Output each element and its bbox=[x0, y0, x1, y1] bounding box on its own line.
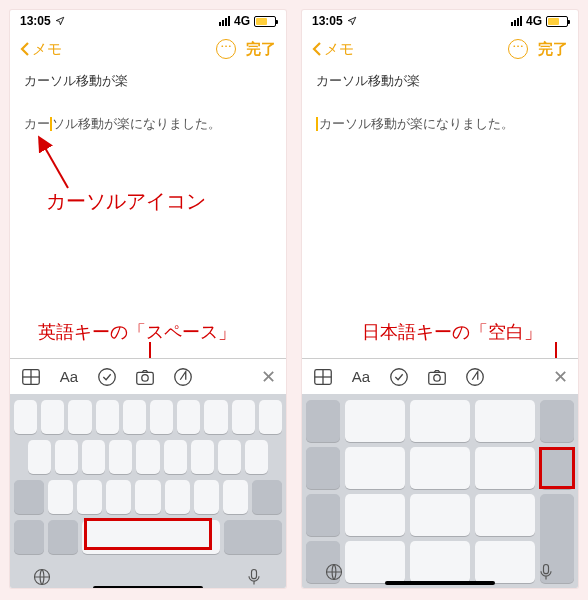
keyboard-japanese[interactable] bbox=[302, 394, 578, 588]
kana-key[interactable] bbox=[475, 400, 535, 442]
status-time: 13:05 bbox=[312, 14, 343, 28]
close-toolbar-icon[interactable]: ✕ bbox=[261, 366, 276, 388]
status-time-group: 13:05 bbox=[20, 14, 65, 28]
svg-point-8 bbox=[175, 368, 192, 385]
key[interactable] bbox=[55, 440, 78, 474]
mic-icon[interactable] bbox=[244, 567, 264, 587]
location-icon bbox=[347, 16, 357, 26]
key[interactable] bbox=[164, 440, 187, 474]
status-right: 4G bbox=[219, 14, 276, 28]
note-title[interactable]: カーソル移動が楽 bbox=[10, 66, 286, 100]
kana-key[interactable] bbox=[410, 400, 470, 442]
note-body[interactable]: カーソル移動が楽になりました。 bbox=[302, 100, 578, 149]
svg-line-0 bbox=[44, 146, 68, 188]
key[interactable] bbox=[68, 400, 91, 434]
kana-key[interactable] bbox=[410, 494, 470, 536]
japanese-kuuhaku-label: 日本語キーの「空白」 bbox=[362, 320, 542, 344]
kana-key[interactable] bbox=[345, 447, 405, 489]
home-indicator[interactable] bbox=[93, 586, 203, 588]
status-right: 4G bbox=[511, 14, 568, 28]
arrow-key[interactable] bbox=[306, 400, 340, 442]
kana-key[interactable] bbox=[345, 400, 405, 442]
more-button[interactable] bbox=[216, 39, 236, 59]
key[interactable] bbox=[109, 440, 132, 474]
keyboard-english[interactable] bbox=[10, 394, 286, 588]
key[interactable] bbox=[135, 480, 160, 514]
key[interactable] bbox=[177, 400, 200, 434]
body-pre: カー bbox=[24, 116, 50, 131]
status-time: 13:05 bbox=[20, 14, 51, 28]
home-indicator[interactable] bbox=[385, 581, 495, 585]
body-post: ソル移動が楽になりました。 bbox=[52, 116, 221, 131]
delete-key[interactable] bbox=[252, 480, 282, 514]
close-toolbar-icon[interactable]: ✕ bbox=[553, 366, 568, 388]
kana-key[interactable] bbox=[410, 447, 470, 489]
key[interactable] bbox=[223, 480, 248, 514]
markup-icon[interactable] bbox=[172, 366, 194, 388]
back-button[interactable]: メモ bbox=[20, 40, 62, 59]
note-title[interactable]: カーソル移動が楽 bbox=[302, 66, 578, 100]
phone-right: 13:05 4G メモ 完了 カーソル移動が楽 カーソル移動が楽になりました。 … bbox=[302, 10, 578, 588]
key[interactable] bbox=[204, 400, 227, 434]
format-toolbar: Aa ✕ bbox=[302, 358, 578, 394]
key[interactable] bbox=[136, 440, 159, 474]
key[interactable] bbox=[106, 480, 131, 514]
text-format-button[interactable]: Aa bbox=[58, 366, 80, 388]
chevron-left-icon bbox=[312, 41, 322, 57]
kana-key[interactable] bbox=[475, 494, 535, 536]
camera-icon[interactable] bbox=[134, 366, 156, 388]
space-key[interactable] bbox=[82, 520, 220, 554]
note-body[interactable]: カーソル移動が楽になりました。 bbox=[10, 100, 286, 149]
table-icon[interactable] bbox=[20, 366, 42, 388]
return-key[interactable] bbox=[224, 520, 282, 554]
globe-icon[interactable] bbox=[324, 562, 344, 582]
key[interactable] bbox=[48, 480, 73, 514]
number-key[interactable] bbox=[14, 520, 44, 554]
location-icon bbox=[55, 16, 65, 26]
checklist-icon[interactable] bbox=[388, 366, 410, 388]
delete-key[interactable] bbox=[540, 400, 574, 442]
key[interactable] bbox=[123, 400, 146, 434]
more-button[interactable] bbox=[508, 39, 528, 59]
back-button[interactable]: メモ bbox=[312, 40, 354, 59]
kana-key[interactable] bbox=[475, 447, 535, 489]
key[interactable] bbox=[150, 400, 173, 434]
status-time-group: 13:05 bbox=[312, 14, 357, 28]
chevron-left-icon bbox=[20, 41, 30, 57]
done-button[interactable]: 完了 bbox=[538, 40, 568, 59]
table-icon[interactable] bbox=[312, 366, 334, 388]
camera-icon[interactable] bbox=[426, 366, 448, 388]
key[interactable] bbox=[28, 440, 51, 474]
key[interactable] bbox=[165, 480, 190, 514]
kana-key[interactable] bbox=[345, 494, 405, 536]
globe-icon[interactable] bbox=[32, 567, 52, 587]
key[interactable] bbox=[77, 480, 102, 514]
key[interactable] bbox=[96, 400, 119, 434]
back-label: メモ bbox=[324, 40, 354, 59]
back-label: メモ bbox=[32, 40, 62, 59]
key[interactable] bbox=[14, 400, 37, 434]
key[interactable] bbox=[218, 440, 241, 474]
key[interactable] bbox=[259, 400, 282, 434]
key[interactable] bbox=[82, 440, 105, 474]
mode-key[interactable] bbox=[306, 494, 340, 536]
key[interactable] bbox=[232, 400, 255, 434]
cursor-annotation-label: カーソルアイコン bbox=[46, 188, 206, 215]
done-button[interactable]: 完了 bbox=[246, 40, 276, 59]
phone-left: 13:05 4G メモ 完了 カーソル移動が楽 カーソル移動が楽になりました。 … bbox=[10, 10, 286, 588]
svg-point-17 bbox=[434, 374, 440, 380]
status-bar: 13:05 4G bbox=[302, 10, 578, 32]
emoji-key[interactable] bbox=[48, 520, 78, 554]
key[interactable] bbox=[191, 440, 214, 474]
kuuhaku-key[interactable] bbox=[540, 447, 574, 489]
text-format-button[interactable]: Aa bbox=[350, 366, 372, 388]
mic-icon[interactable] bbox=[536, 562, 556, 582]
key[interactable] bbox=[41, 400, 64, 434]
arrow-key[interactable] bbox=[306, 447, 340, 489]
signal-icon bbox=[219, 16, 230, 26]
markup-icon[interactable] bbox=[464, 366, 486, 388]
key[interactable] bbox=[194, 480, 219, 514]
checklist-icon[interactable] bbox=[96, 366, 118, 388]
shift-key[interactable] bbox=[14, 480, 44, 514]
key[interactable] bbox=[245, 440, 268, 474]
